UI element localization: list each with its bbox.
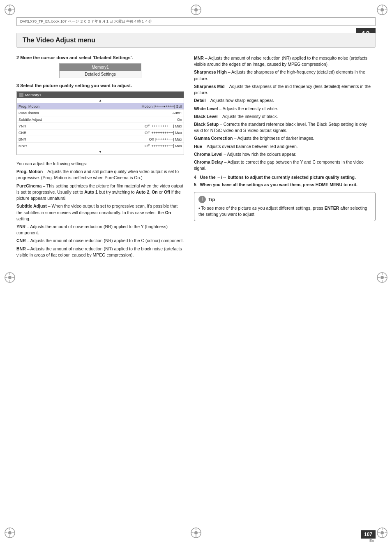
- tip-header: i Tip: [198, 196, 371, 203]
- right-bullet-hue: Hue – Adjusts overall balance between re…: [194, 143, 376, 150]
- svg-point-19: [380, 531, 384, 534]
- deco-top-center: [190, 4, 202, 16]
- term-black-level: Black Level: [194, 114, 218, 119]
- main-content: The Video Adjust menu 2 Move the cursor …: [16, 33, 376, 522]
- right-column: MNR – Adjusts the amount of noise reduct…: [194, 55, 376, 261]
- right-bullet-detail: Detail – Adjusts how sharp edges appear.: [194, 97, 376, 104]
- right-bullet-chroma-level: Chroma Level – Adjusts how rich the colo…: [194, 151, 376, 157]
- left-bullet-bnr: BNR – Adjusts the amount of noise reduct…: [16, 246, 184, 258]
- term-mnr: MNR: [194, 56, 204, 60]
- left-bullets-intro: You can adjust the following settings:: [16, 161, 184, 167]
- page-number: 107: [364, 532, 372, 537]
- text-chroma-level: – Adjusts how rich the colours appear.: [224, 152, 296, 157]
- term-ynr: YNR: [16, 224, 25, 229]
- step2-heading: 2 Move the cursor down and select 'Detai…: [16, 55, 184, 60]
- pq-label-subtitle: Subtitle Adjust: [18, 118, 51, 122]
- term-gamma: Gamma Correction: [194, 136, 233, 141]
- left-bullet-purecinema: PureCinema – This setting optimizes the …: [16, 183, 184, 202]
- text-white-level: – Adjusts the intensity of white.: [219, 106, 278, 111]
- corner-bottom-left: [4, 527, 16, 539]
- tip-icon: i: [198, 196, 206, 203]
- term-detail: Detail: [194, 98, 206, 103]
- svg-point-25: [194, 8, 198, 12]
- term-sharpness-high: Sharpness High: [194, 69, 227, 74]
- deco-bottom-center: [190, 527, 202, 539]
- step3-heading: 3 Select the picture quality setting you…: [16, 83, 184, 88]
- term-white-level: White Level: [194, 106, 218, 111]
- page-number-box: 107: [361, 530, 376, 539]
- pq-label-prog-motion: Prog. Motion: [18, 104, 51, 109]
- memory-menu-item-memory1: Memory1: [60, 64, 141, 71]
- left-bullet-cnr: CNR – Adjusts the amount of noise reduct…: [16, 238, 184, 244]
- text-black-setup: – Corrects the standard reference black …: [194, 122, 367, 133]
- text-hue: – Adjusts overall balance between red an…: [203, 144, 298, 149]
- right-bullet-mnr: MNR – Adjusts the amount of noise reduct…: [194, 55, 376, 67]
- right-bullet-chroma-delay: Chroma Delay – Adjust to correct the gap…: [194, 159, 376, 171]
- pq-row-cnr: CNR Off |++++++++++| Max: [17, 130, 184, 136]
- svg-point-43: [380, 276, 384, 279]
- corner-top-right: [376, 4, 388, 16]
- tip-text: To see more of the picture as you adjust…: [198, 206, 367, 217]
- tip-label: Tip: [208, 197, 215, 202]
- memory-menu-item-detailed: Detailed Settings: [60, 71, 141, 78]
- deco-right-center: [376, 272, 388, 283]
- pq-row-prog-motion: Prog. Motion Motion |++++●++++| Still: [17, 103, 184, 110]
- text-black-level: – Adjusts the intensity of black.: [219, 114, 278, 119]
- left-column: 2 Move the cursor down and select 'Detai…: [16, 55, 184, 261]
- right-bullet-sharpness-high: Sharpness High – Adjusts the sharpness o…: [194, 69, 376, 81]
- corner-bottom-right: [376, 527, 388, 539]
- text-detail: – Adjusts how sharp edges appear.: [207, 98, 274, 103]
- term-purecinema: PureCinema: [16, 183, 42, 188]
- left-bullet-subtitle: Subtitle Adjust – When the video output …: [16, 203, 184, 222]
- left-bullet-ynr: YNR – Adjusts the amount of noise reduct…: [16, 224, 184, 236]
- right-bullet-white-level: White Level – Adjusts the intensity of w…: [194, 106, 376, 112]
- term-subtitle: Subtitle Adjust: [16, 204, 47, 208]
- pq-label-cnr: CNR: [18, 131, 51, 135]
- pq-row-bnr: BNR Off |++++++++| Max: [17, 136, 184, 143]
- pq-row-subtitle: Subtitle Adjust On: [17, 116, 184, 123]
- term-hue: Hue: [194, 144, 202, 149]
- right-bullet-gamma: Gamma Correction – Adjusts the brightnes…: [194, 135, 376, 141]
- left-bullets: You can adjust the following settings: P…: [16, 161, 184, 258]
- right-bullet-sharpness-mid: Sharpness Mid – Adjusts the sharpness of…: [194, 83, 376, 96]
- pq-row-ynr: YNR Off |++++++++++| Max: [17, 123, 184, 130]
- header-bar: DVRLX70_TF_EN.book 107 ページ ２００７年８月１日 水曜日…: [16, 17, 376, 26]
- two-col-layout: 2 Move the cursor down and select 'Detai…: [16, 55, 376, 261]
- memory-menu: Memory1 Detailed Settings: [59, 63, 141, 78]
- pq-row-purecinema: PureCinema Auto1: [17, 110, 184, 116]
- left-bullet-prog-motion: Prog. Motion – Adjusts the motion and st…: [16, 169, 184, 181]
- term-chroma-delay: Chroma Delay: [194, 160, 223, 164]
- pq-title: Memory1: [25, 92, 42, 97]
- text-purecinema: – This setting optimizes the picture for…: [16, 183, 183, 201]
- right-bullets: MNR – Adjusts the amount of noise reduct…: [194, 55, 376, 172]
- pq-box: Memory1 ▲ Prog. Motion Motion |++++●++++…: [16, 91, 184, 155]
- pq-row-mnr: MNR Off |++++++++++| Max: [17, 143, 184, 149]
- term-black-setup: Black Setup: [194, 122, 219, 127]
- text-gamma: – Adjusts the brightness of darker image…: [234, 136, 314, 141]
- tip-icon-letter: i: [202, 197, 203, 201]
- pq-label-bnr: BNR: [18, 137, 51, 141]
- term-bnr: BNR: [16, 246, 26, 251]
- corner-top-left: [4, 4, 16, 16]
- text-bnr: – Adjusts the amount of noise reduction …: [16, 246, 182, 257]
- header-file-info: DVRLX70_TF_EN.book 107 ページ ２００７年８月１日 水曜日…: [20, 19, 152, 24]
- pq-label-ynr: YNR: [18, 124, 51, 128]
- term-cnr: CNR: [16, 238, 26, 243]
- mem-icon: [19, 93, 23, 97]
- tip-box: i Tip • To see more of the picture as yo…: [194, 192, 376, 221]
- svg-point-37: [8, 276, 12, 279]
- pq-value-subtitle: On: [51, 118, 182, 122]
- pq-label-purecinema: PureCinema: [18, 111, 51, 115]
- text-mnr: – Adjusts the amount of noise reduction …: [194, 56, 367, 67]
- svg-point-7: [380, 8, 384, 12]
- text-ynr: – Adjusts the amount of noise reduction …: [16, 224, 168, 235]
- pq-value-bnr: Off |++++++++| Max: [51, 137, 182, 141]
- step5-text: 5 When you have all the settings as you …: [194, 182, 376, 188]
- pq-scroll-down: ▼: [17, 149, 184, 155]
- term-prog-motion: Prog. Motion: [16, 169, 43, 174]
- pq-value-mnr: Off |++++++++++| Max: [51, 144, 182, 148]
- svg-point-31: [194, 531, 198, 534]
- right-bullet-black-level: Black Level – Adjusts the intensity of b…: [194, 113, 376, 120]
- svg-point-1: [8, 8, 12, 12]
- right-bullet-black-setup: Black Setup – Corrects the standard refe…: [194, 121, 376, 134]
